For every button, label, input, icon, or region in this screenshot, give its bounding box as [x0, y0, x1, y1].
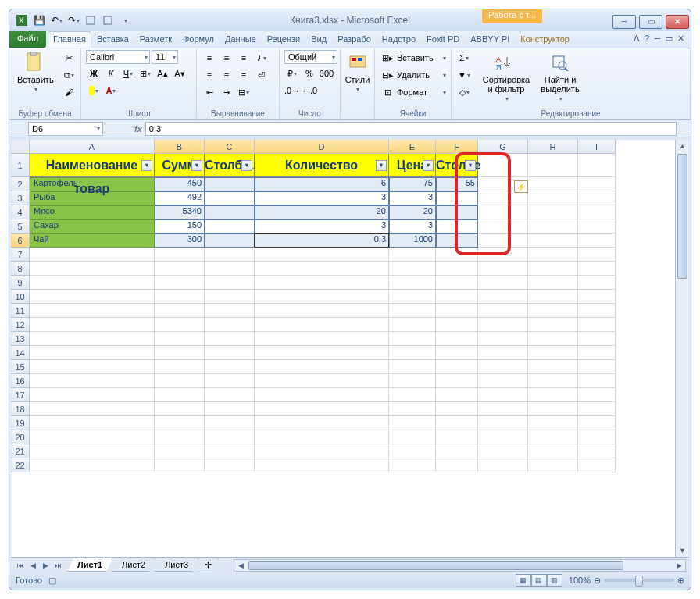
cell[interactable] — [389, 262, 436, 276]
cell[interactable] — [255, 248, 389, 262]
cell[interactable] — [30, 360, 155, 374]
tab-nav-prev[interactable]: ◀ — [27, 559, 39, 572]
bold-button[interactable]: Ж — [86, 66, 102, 81]
cell[interactable] — [478, 304, 528, 318]
cell[interactable] — [389, 332, 436, 346]
cell[interactable] — [578, 388, 616, 402]
cell[interactable] — [205, 458, 255, 472]
cell[interactable] — [478, 360, 528, 374]
select-all-corner[interactable] — [11, 140, 30, 154]
cell[interactable] — [436, 262, 478, 276]
cell[interactable] — [389, 430, 436, 444]
cell[interactable] — [578, 290, 616, 304]
excel-icon[interactable]: X — [14, 12, 30, 28]
workbook-min-icon[interactable]: ─ — [654, 34, 660, 45]
table-cell[interactable] — [205, 205, 255, 219]
cell[interactable] — [255, 332, 389, 346]
cell[interactable] — [436, 332, 478, 346]
cell[interactable] — [155, 262, 205, 276]
help-icon[interactable]: ? — [645, 34, 649, 45]
column-header[interactable]: A — [30, 140, 155, 154]
column-header[interactable]: F — [436, 140, 478, 154]
cell[interactable] — [389, 416, 436, 430]
table-cell[interactable] — [205, 191, 255, 205]
cell[interactable] — [528, 318, 578, 332]
cell[interactable] — [155, 304, 205, 318]
cell[interactable] — [528, 430, 578, 444]
table-cell[interactable] — [205, 219, 255, 234]
cell[interactable] — [205, 248, 255, 262]
cell[interactable] — [578, 304, 616, 318]
filter-arrow-icon[interactable]: ▾ — [423, 160, 434, 171]
cell[interactable] — [205, 276, 255, 290]
cell[interactable] — [578, 430, 616, 444]
row-header[interactable]: 19 — [11, 416, 30, 430]
table-cell[interactable]: 300 — [155, 234, 205, 248]
cell[interactable] — [528, 219, 578, 234]
table-cell[interactable]: 3 — [255, 191, 389, 205]
border-button[interactable]: ⊞▾ — [138, 66, 153, 81]
table-header-cell[interactable]: Столбец▾ — [205, 154, 255, 177]
fx-icon[interactable]: fx — [134, 124, 142, 134]
hscroll-thumb[interactable] — [248, 561, 623, 570]
cell[interactable] — [478, 444, 528, 458]
cell[interactable] — [30, 248, 155, 262]
insert-cells-button[interactable]: ⊞▸ — [380, 50, 395, 66]
row-header[interactable]: 10 — [11, 290, 30, 304]
cell[interactable] — [205, 290, 255, 304]
styles-button[interactable]: Стили ▾ — [345, 50, 370, 94]
cell[interactable] — [255, 430, 389, 444]
table-cell[interactable]: 150 — [155, 219, 205, 234]
cell[interactable] — [578, 276, 616, 290]
cell[interactable] — [205, 402, 255, 416]
cell[interactable] — [155, 388, 205, 402]
cell[interactable] — [528, 248, 578, 262]
row-header[interactable]: 13 — [11, 332, 30, 346]
cell[interactable] — [389, 388, 436, 402]
cell[interactable] — [578, 374, 616, 388]
qat-extra-1[interactable] — [83, 12, 98, 28]
formula-input[interactable]: 0,3 — [145, 122, 677, 136]
cell[interactable] — [155, 402, 205, 416]
cell[interactable] — [478, 332, 528, 346]
tab-home[interactable]: Главная — [48, 31, 91, 48]
cell[interactable] — [389, 290, 436, 304]
table-cell[interactable]: 20 — [389, 205, 436, 219]
wrap-text-button[interactable]: ⏎ — [253, 67, 269, 83]
cell[interactable] — [436, 388, 478, 402]
autosum-button[interactable]: Σ▾ — [456, 50, 472, 66]
zoom-in-button[interactable]: ⊕ — [677, 576, 684, 586]
cell[interactable] — [155, 374, 205, 388]
cell[interactable] — [528, 374, 578, 388]
delete-cells-button[interactable]: ⊟▸ — [380, 67, 395, 83]
row-header[interactable]: 2 — [11, 177, 30, 191]
cell[interactable] — [30, 262, 155, 276]
table-cell[interactable]: Мясо — [30, 205, 155, 219]
tab-nav-first[interactable]: ⏮ — [14, 559, 27, 572]
cell[interactable] — [155, 458, 205, 472]
cell[interactable] — [389, 346, 436, 360]
cell[interactable] — [205, 332, 255, 346]
filter-arrow-icon[interactable]: ▾ — [376, 160, 387, 171]
align-left-button[interactable]: ≡ — [202, 67, 217, 83]
cell[interactable] — [478, 205, 528, 219]
cell[interactable] — [528, 262, 578, 276]
cell[interactable] — [478, 248, 528, 262]
cell[interactable] — [255, 388, 389, 402]
cell[interactable] — [578, 234, 616, 248]
cell[interactable] — [528, 388, 578, 402]
file-tab[interactable]: Файл — [9, 31, 46, 48]
workbook-restore-icon[interactable]: ▭ — [665, 34, 673, 45]
cell[interactable] — [155, 346, 205, 360]
cell[interactable] — [478, 234, 528, 248]
cell[interactable] — [389, 276, 436, 290]
cell[interactable] — [389, 304, 436, 318]
row-header[interactable]: 22 — [11, 458, 30, 472]
cell[interactable] — [528, 332, 578, 346]
cell[interactable] — [155, 318, 205, 332]
save-button[interactable]: 💾 — [31, 12, 47, 28]
cell[interactable] — [528, 360, 578, 374]
row-header[interactable]: 20 — [11, 430, 30, 444]
table-cell[interactable]: 450 — [155, 177, 205, 191]
cell[interactable] — [578, 360, 616, 374]
